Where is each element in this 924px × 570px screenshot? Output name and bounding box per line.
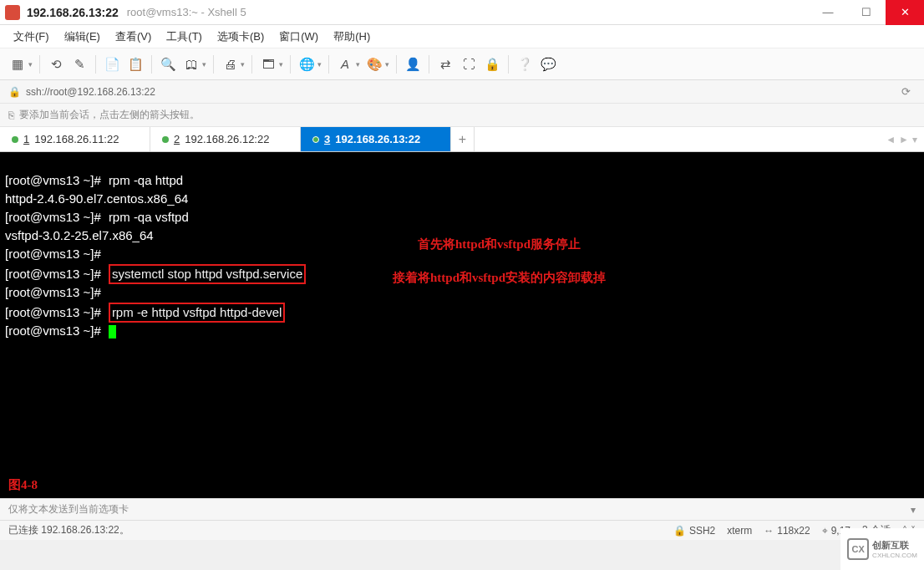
window-title-sub: root@vms13:~ - Xshell 5 xyxy=(127,6,246,18)
prompt: [root@vms13 ~]# xyxy=(5,267,101,281)
toolbar: ▦▾ ⟲ ✎ 📄 📋 🔍 🕮▾ 🖨▾ 🗔▾ 🌐▾ A▾ 🎨▾ 👤 ⇄ ⛶ 🔒 ❔… xyxy=(0,48,924,80)
tab-session-2[interactable]: 2 192.168.26.12:22 xyxy=(150,127,301,151)
title-bar: 192.168.26.13:22 root@vms13:~ - Xshell 5… xyxy=(0,0,924,25)
tab-next-icon[interactable]: ► xyxy=(899,134,909,145)
menu-tools[interactable]: 工具(T) xyxy=(161,28,207,46)
tab-session-1[interactable]: 1 192.168.26.11:22 xyxy=(0,127,150,151)
terminal-output: vsftpd-3.0.2-25.el7.x86_64 xyxy=(5,228,154,242)
paste-icon[interactable]: 📋 xyxy=(124,53,146,75)
lock-small-icon: 🔒 xyxy=(8,86,21,98)
prompt: [root@vms13 ~]# xyxy=(5,210,101,224)
status-dot-icon xyxy=(162,136,169,143)
edit-icon[interactable]: ✎ xyxy=(69,53,90,75)
menu-view[interactable]: 查看(V) xyxy=(110,28,156,46)
history-icon[interactable]: 🕮 xyxy=(180,53,202,75)
annotation-stop: 首先将httpd和vsftpd服务停止 xyxy=(418,236,581,252)
refresh-icon[interactable]: ⟳ xyxy=(896,85,916,98)
add-tab-button[interactable]: + xyxy=(451,127,475,151)
minimize-button[interactable]: — xyxy=(809,0,847,25)
menu-edit[interactable]: 编辑(E) xyxy=(59,28,105,46)
status-term: xterm xyxy=(727,525,752,537)
highlighted-cmd-erase: rpm -e httpd vsftpd httpd-devel xyxy=(109,303,285,323)
properties-icon[interactable]: 🗔 xyxy=(257,53,279,75)
close-button[interactable]: ✕ xyxy=(886,0,924,25)
comment-icon[interactable]: 💬 xyxy=(537,53,559,75)
tab-bar: 1 192.168.26.11:22 2 192.168.26.12:22 3 … xyxy=(0,127,924,152)
menu-bar: 文件(F) 编辑(E) 查看(V) 工具(T) 选项卡(B) 窗口(W) 帮助(… xyxy=(0,25,924,48)
maximize-button[interactable]: ☐ xyxy=(847,0,886,25)
new-session-icon[interactable]: ▦ xyxy=(7,53,28,75)
size-icon: ↔ xyxy=(764,525,774,537)
annotation-erase: 接着将httpd和vsftpd安装的内容卸载掉 xyxy=(393,269,606,286)
status-size: 118x22 xyxy=(777,525,810,537)
send-bar-dropdown-icon[interactable]: ▾ xyxy=(911,504,916,516)
status-dot-icon xyxy=(12,136,18,143)
user-icon[interactable]: 👤 xyxy=(402,53,424,75)
position-icon: ⌖ xyxy=(822,525,828,537)
send-bar-text: 仅将文本发送到当前选项卡 xyxy=(8,502,129,517)
watermark: CX 创新互联 CXHLCN.COM xyxy=(840,528,924,570)
status-dot-icon xyxy=(312,136,319,143)
status-bar: 已连接 192.168.26.13:22。 🔒SSH2 xterm ↔118x2… xyxy=(0,520,924,540)
add-session-arrow-icon[interactable]: ⎘ xyxy=(8,109,14,121)
send-bar[interactable]: 仅将文本发送到当前选项卡 ▾ xyxy=(0,498,924,520)
highlighted-cmd-stop: systemctl stop httpd vsftpd.service xyxy=(109,264,306,284)
menu-file[interactable]: 文件(F) xyxy=(8,28,54,46)
tab-label: 192.168.26.11:22 xyxy=(34,133,119,145)
fullscreen-icon[interactable]: ⛶ xyxy=(458,53,480,75)
app-icon xyxy=(5,5,20,20)
tab-label: 192.168.26.12:22 xyxy=(185,133,269,145)
tab-menu-icon[interactable]: ▾ xyxy=(912,134,917,145)
tab-nav: ◄ ► ▾ xyxy=(879,127,924,151)
window-title-main: 192.168.26.13:22 xyxy=(27,6,119,19)
terminal-cmd: rpm -qa vsftpd xyxy=(109,210,189,224)
cursor xyxy=(109,325,116,338)
status-connection: 已连接 192.168.26.13:22。 xyxy=(8,523,129,537)
tab-session-3[interactable]: 3 192.168.26.13:22 xyxy=(301,127,451,151)
menu-window[interactable]: 窗口(W) xyxy=(274,28,323,46)
figure-label: 图4-8 xyxy=(8,476,38,493)
terminal-output: httpd-2.4.6-90.el7.centos.x86_64 xyxy=(5,191,188,206)
address-bar: 🔒 ssh://root@192.168.26.13:22 ⟳ xyxy=(0,80,924,104)
lock-icon[interactable]: 🔒 xyxy=(481,53,503,75)
watermark-logo-icon: CX xyxy=(847,538,869,560)
hint-bar: ⎘ 要添加当前会话，点击左侧的箭头按钮。 xyxy=(0,104,924,127)
terminal-cmd: rpm -qa httpd xyxy=(109,173,183,187)
search-icon[interactable]: 🔍 xyxy=(157,53,179,75)
prompt: [root@vms13 ~]# xyxy=(5,305,101,319)
window-controls: — ☐ ✕ xyxy=(809,0,924,25)
tab-number: 3 xyxy=(324,133,330,145)
tab-number: 2 xyxy=(174,133,180,145)
copy-icon[interactable]: 📄 xyxy=(101,53,123,75)
watermark-sub: CXHLCN.COM xyxy=(872,552,917,559)
lock-status-icon: 🔒 xyxy=(673,525,686,537)
font-icon[interactable]: A xyxy=(334,53,356,75)
hint-text: 要添加当前会话，点击左侧的箭头按钮。 xyxy=(19,108,200,122)
menu-help[interactable]: 帮助(H) xyxy=(328,28,375,46)
help-icon[interactable]: ❔ xyxy=(514,53,536,75)
reconnect-icon[interactable]: ⟲ xyxy=(45,53,67,75)
color-icon[interactable]: 🎨 xyxy=(363,53,385,75)
prompt: [root@vms13 ~]# xyxy=(5,285,101,299)
tab-prev-icon[interactable]: ◄ xyxy=(886,134,896,145)
transfer-icon[interactable]: ⇄ xyxy=(434,53,456,75)
address-url[interactable]: ssh://root@192.168.26.13:22 xyxy=(26,86,155,98)
watermark-brand: 创新互联 xyxy=(872,539,917,552)
status-ssh: SSH2 xyxy=(689,525,715,537)
tab-label: 192.168.26.13:22 xyxy=(335,133,420,145)
prompt: [root@vms13 ~]# xyxy=(5,173,101,187)
menu-tabs[interactable]: 选项卡(B) xyxy=(212,28,269,46)
print-icon[interactable]: 🖨 xyxy=(219,53,241,75)
prompt: [root@vms13 ~]# xyxy=(5,323,101,338)
globe-icon[interactable]: 🌐 xyxy=(296,53,317,75)
tab-number: 1 xyxy=(23,133,29,145)
prompt: [root@vms13 ~]# xyxy=(5,247,101,261)
terminal[interactable]: [root@vms13 ~]# rpm -qa httpd httpd-2.4.… xyxy=(0,152,924,498)
